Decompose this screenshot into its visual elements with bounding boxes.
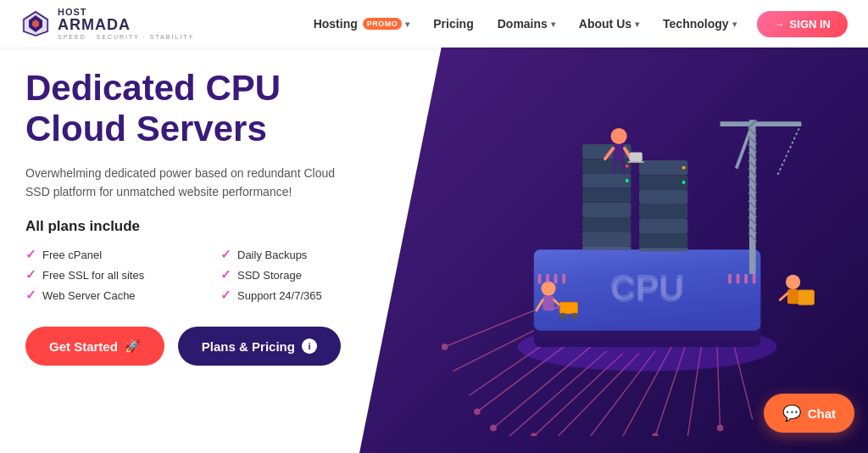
svg-point-45 (682, 181, 686, 184)
svg-rect-72 (628, 161, 644, 163)
plans-pricing-button[interactable]: Plans & Pricing i (178, 327, 341, 366)
check-icon-backups: ✓ (220, 247, 231, 262)
svg-rect-92 (737, 274, 740, 283)
hero-title: Dedicated CPU Cloud Servers (25, 68, 398, 150)
cpu-illustration: CPU (427, 71, 851, 436)
svg-rect-89 (554, 274, 558, 283)
svg-rect-30 (582, 203, 631, 217)
svg-rect-41 (639, 219, 687, 233)
svg-rect-29 (582, 188, 631, 203)
svg-point-21 (442, 344, 448, 350)
svg-rect-71 (630, 153, 643, 162)
logo-tagline-text: SPEED · SECURITY · STABILITY (58, 34, 194, 40)
feature-cache: ✓ Web Server Cache (25, 288, 203, 303)
svg-point-81 (786, 275, 800, 289)
hero-illustration: CPU (393, 48, 868, 453)
technology-chevron-icon: ▾ (732, 20, 737, 29)
svg-point-19 (652, 433, 659, 436)
check-icon-cpanel: ✓ (25, 247, 36, 262)
check-icon-ssd: ✓ (220, 267, 231, 282)
svg-point-36 (626, 179, 629, 182)
info-icon: i (302, 338, 317, 354)
rocket-icon: 🚀 (125, 338, 141, 354)
svg-rect-43 (639, 248, 687, 251)
svg-line-64 (776, 124, 801, 176)
check-icon-support: ✓ (220, 288, 231, 303)
nav-domains[interactable]: Domains ▾ (487, 12, 565, 36)
svg-point-79 (571, 313, 578, 320)
main-nav: Hosting PROMO ▾ Pricing Domains ▾ About … (303, 11, 848, 37)
svg-rect-66 (613, 144, 624, 160)
features-list: ✓ Free cPanel ✓ Daily Backups ✓ Free SSL… (25, 247, 398, 303)
chat-button[interactable]: 💬 Chat (764, 394, 854, 433)
domains-chevron-icon: ▾ (551, 20, 555, 29)
svg-rect-32 (582, 232, 631, 246)
svg-rect-38 (639, 175, 687, 189)
header: HOST ARMADA SPEED · SECURITY · STABILITY… (0, 0, 868, 48)
feature-support: ✓ Support 24/7/365 (220, 288, 398, 303)
svg-rect-31 (582, 217, 631, 232)
nav-hosting[interactable]: Hosting PROMO ▾ (303, 12, 420, 36)
nav-technology[interactable]: Technology ▾ (653, 12, 747, 36)
svg-rect-85 (798, 290, 814, 305)
check-icon-ssl: ✓ (25, 267, 36, 282)
svg-point-17 (490, 425, 497, 432)
nav-about[interactable]: About Us ▾ (569, 12, 649, 36)
svg-rect-93 (744, 274, 748, 283)
feature-ssd: ✓ SSD Storage (220, 267, 398, 282)
svg-rect-40 (639, 204, 687, 219)
svg-rect-37 (639, 160, 687, 175)
svg-point-44 (682, 166, 686, 170)
logo-text: HOST ARMADA SPEED · SECURITY · STABILITY (58, 8, 194, 40)
svg-point-65 (611, 128, 627, 144)
logo-armada-text: ARMADA (58, 17, 194, 32)
all-plans-label: All plans include (25, 218, 398, 235)
feature-ssl: ✓ Free SSL for all sites (25, 267, 203, 282)
svg-rect-28 (582, 173, 631, 187)
promo-badge: PROMO (363, 18, 403, 30)
logo-icon (20, 8, 51, 39)
svg-rect-82 (787, 289, 798, 304)
svg-point-20 (717, 425, 724, 432)
get-started-button[interactable]: Get Started 🚀 (25, 327, 164, 366)
svg-rect-94 (753, 274, 756, 283)
svg-rect-88 (546, 274, 549, 283)
svg-point-78 (559, 313, 566, 320)
hero-subtitle: Overwhelming dedicated power based on re… (25, 164, 348, 202)
chat-icon: 💬 (782, 404, 801, 422)
cta-buttons: Get Started 🚀 Plans & Pricing i (25, 327, 398, 366)
nav-pricing[interactable]: Pricing (423, 12, 483, 36)
svg-rect-90 (562, 274, 565, 283)
check-icon-cache: ✓ (25, 288, 36, 303)
signin-icon: → (774, 18, 785, 31)
svg-rect-77 (559, 302, 577, 313)
feature-cpanel: ✓ Free cPanel (25, 247, 203, 262)
svg-point-35 (626, 165, 629, 168)
hosting-chevron-icon: ▾ (405, 20, 409, 29)
svg-point-16 (474, 409, 481, 416)
svg-rect-33 (582, 246, 631, 249)
svg-rect-91 (728, 274, 732, 283)
svg-rect-87 (538, 274, 542, 283)
logo: HOST ARMADA SPEED · SECURITY · STABILITY (20, 8, 194, 40)
signin-button[interactable]: → SIGN IN (757, 11, 848, 37)
svg-text:CPU: CPU (609, 267, 685, 307)
feature-daily-backups: ✓ Daily Backups (220, 247, 398, 262)
svg-rect-42 (639, 233, 687, 248)
hero-content: Dedicated CPU Cloud Servers Overwhelming… (25, 68, 398, 366)
svg-rect-39 (639, 190, 687, 204)
about-chevron-icon: ▾ (635, 20, 639, 29)
svg-line-83 (780, 294, 787, 300)
